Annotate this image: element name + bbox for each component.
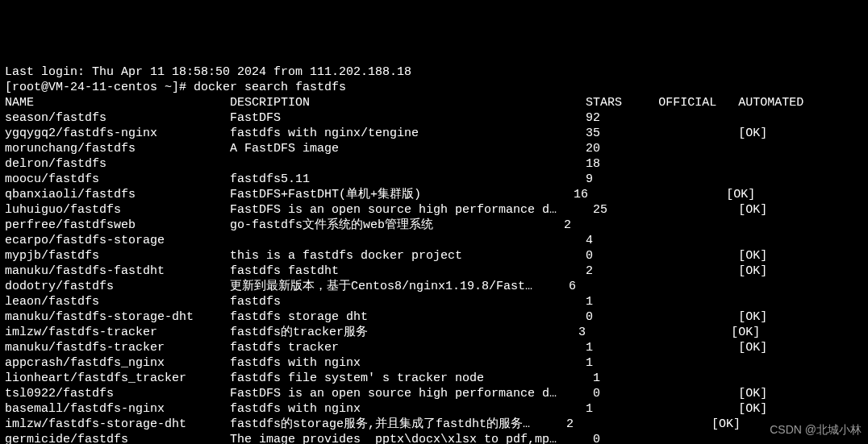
table-row: mypjb/fastdfs this is a fastdfs docker p…	[5, 248, 863, 263]
terminal-output[interactable]: Last login: Thu Apr 11 18:58:50 2024 fro…	[5, 64, 863, 444]
table-row: season/fastdfs FastDFS 92	[5, 110, 863, 126]
table-row: moocu/fastdfs fastdfs5.11 9	[5, 172, 863, 187]
watermark: CSDN @北城小林	[770, 422, 862, 438]
table-row: imlzw/fastdfs-tracker fastdfs的tracker服务 …	[5, 325, 863, 340]
table-row: lionheart/fastdfs_tracker fastdfs file s…	[5, 371, 863, 386]
table-row: dodotry/fastdfs 更新到最新版本，基于Centos8/nginx1…	[5, 279, 863, 294]
table-row: luhuiguo/fastdfs FastDFS is an open sour…	[5, 202, 863, 218]
table-row: perfree/fastdfsweb go-fastdfs文件系统的web管理系…	[5, 218, 863, 233]
table-row: leaon/fastdfs fastdfs 1	[5, 294, 863, 309]
table-row: ygqygq2/fastdfs-nginx fastdfs with nginx…	[5, 126, 863, 141]
table-row: manuku/fastdfs-tracker fastdfs tracker 1…	[5, 340, 863, 355]
login-line: Last login: Thu Apr 11 18:58:50 2024 fro…	[5, 64, 863, 80]
table-row: germicide/fastdfs The image provides ppt…	[5, 432, 863, 444]
table-row: manuku/fastdfs-storage-dht fastdfs stora…	[5, 309, 863, 325]
table-row: basemall/fastdfs-nginx fastdfs with ngin…	[5, 401, 863, 417]
table-row: morunchang/fastdfs A FastDFS image 20	[5, 141, 863, 156]
table-header: NAME DESCRIPTION STARS OFFICIAL AUTOMATE…	[5, 95, 863, 110]
table-row: appcrash/fastdfs_nginx fastdfs with ngin…	[5, 355, 863, 371]
table-row: imlzw/fastdfs-storage-dht fastdfs的storag…	[5, 417, 863, 432]
table-row: manuku/fastdfs-fastdht fastdfs fastdht 2…	[5, 263, 863, 279]
table-row: tsl0922/fastdfs FastDFS is an open sourc…	[5, 386, 863, 401]
table-row: delron/fastdfs 18	[5, 156, 863, 172]
table-row: qbanxiaoli/fastdfs FastDFS+FastDHT(单机+集群…	[5, 187, 863, 202]
prompt-line: [root@VM-24-11-centos ~]# docker search …	[5, 80, 863, 95]
table-row: ecarpo/fastdfs-storage 4	[5, 233, 863, 248]
